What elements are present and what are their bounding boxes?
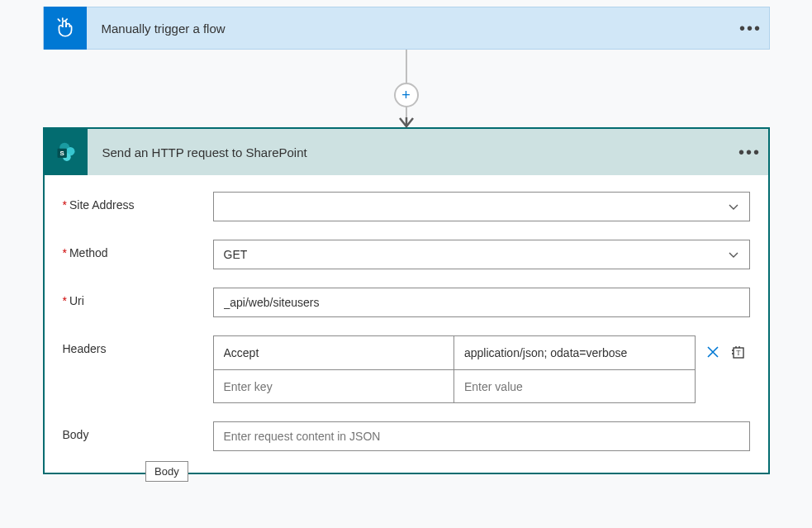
header-value-input[interactable] — [464, 346, 685, 359]
switch-to-text-mode-button[interactable]: T — [729, 343, 747, 361]
uri-input[interactable] — [213, 288, 750, 317]
trigger-card[interactable]: Manually trigger a flow ••• — [43, 7, 770, 50]
svg-text:S: S — [59, 150, 64, 157]
action-more-button[interactable]: ••• — [732, 143, 768, 162]
site-address-label: *Site Address — [63, 192, 213, 212]
arrow-down-icon — [399, 117, 414, 129]
sharepoint-icon: S — [45, 129, 88, 175]
trigger-more-button[interactable]: ••• — [733, 19, 769, 38]
action-header[interactable]: S Send an HTTP request to SharePoint ••• — [45, 129, 768, 175]
site-address-dropdown[interactable] — [213, 192, 750, 221]
delete-header-button[interactable] — [704, 343, 722, 361]
header-row — [214, 369, 695, 402]
action-title: Send an HTTP request to SharePoint — [88, 145, 732, 159]
method-dropdown[interactable]: GET — [213, 240, 750, 269]
body-tooltip: Body — [145, 461, 188, 482]
method-label: *Method — [63, 240, 213, 259]
flow-connector: + — [43, 50, 770, 127]
body-input[interactable] — [213, 421, 750, 451]
header-value-input[interactable] — [464, 380, 685, 393]
header-key-input[interactable] — [224, 346, 444, 359]
text-mode-icon: T — [730, 345, 745, 359]
chevron-down-icon — [728, 249, 739, 260]
body-label: Body — [63, 421, 213, 441]
chevron-down-icon — [728, 201, 739, 212]
method-value: GET — [224, 248, 248, 261]
headers-grid — [213, 335, 696, 403]
headers-label: Headers — [63, 335, 213, 355]
add-step-button[interactable]: + — [394, 83, 419, 107]
header-key-input[interactable] — [224, 380, 444, 393]
trigger-title: Manually trigger a flow — [87, 21, 733, 36]
action-card: S Send an HTTP request to SharePoint •••… — [43, 127, 770, 474]
uri-label: *Uri — [63, 288, 213, 307]
close-icon — [706, 345, 719, 359]
manual-trigger-icon — [44, 7, 87, 50]
header-row — [214, 336, 695, 369]
svg-text:T: T — [736, 350, 740, 357]
